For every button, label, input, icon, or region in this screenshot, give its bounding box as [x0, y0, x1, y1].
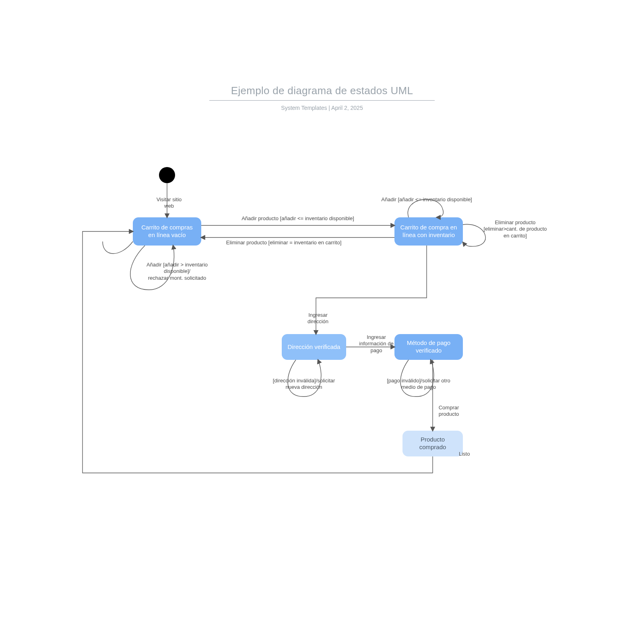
title-underline	[209, 100, 435, 101]
state-payment-verified: Método de pago verificado	[394, 334, 463, 360]
meta-author: System Templates	[281, 105, 327, 111]
state-cart-with-inventory: Carrito de compra en línea con inventari…	[394, 217, 463, 246]
label-remove-gt: Eliminar producto [eliminar>cant. de pro…	[481, 219, 549, 239]
state-address-verified: Dirección verificada	[282, 334, 346, 360]
label-address-invalid: [dirección inválida]/solicitar nueva dir…	[268, 378, 340, 391]
label-self-add-inventory: Añadir [añadir <= inventario disponible]	[378, 196, 475, 203]
label-payment-invalid: [pago inválido]/solicitar otro medio de …	[384, 378, 453, 391]
header: Ejemplo de diagrama de estados UML Syste…	[0, 85, 644, 111]
label-add-product: Añadir producto [añadir <= inventario di…	[237, 215, 358, 222]
initial-state-node	[159, 167, 175, 183]
diagram-canvas: Ejemplo de diagrama de estados UML Syste…	[0, 0, 644, 644]
diagram-title: Ejemplo de diagrama de estados UML	[0, 85, 644, 97]
state-empty-cart: Carrito de compras en línea vacío	[133, 217, 201, 246]
label-visit-site: Visitar sitio web	[153, 196, 185, 210]
label-enter-address: Ingresar dirección	[298, 312, 338, 325]
label-buy-product: Comprar producto	[431, 405, 467, 418]
label-remove-equal: Eliminar producto [eliminar = inventario…	[223, 239, 344, 246]
meta-separator: |	[327, 105, 331, 111]
label-enter-payment: Ingresar información de pago	[354, 334, 398, 354]
label-add-reject: Añadir [añadir > inventario disponible]/…	[133, 262, 221, 281]
state-product-purchased: Producto comprado	[402, 431, 463, 456]
label-done: Listo	[459, 451, 483, 457]
meta-date: April 2, 2025	[331, 105, 363, 111]
diagram-meta: System Templates | April 2, 2025	[0, 105, 644, 111]
